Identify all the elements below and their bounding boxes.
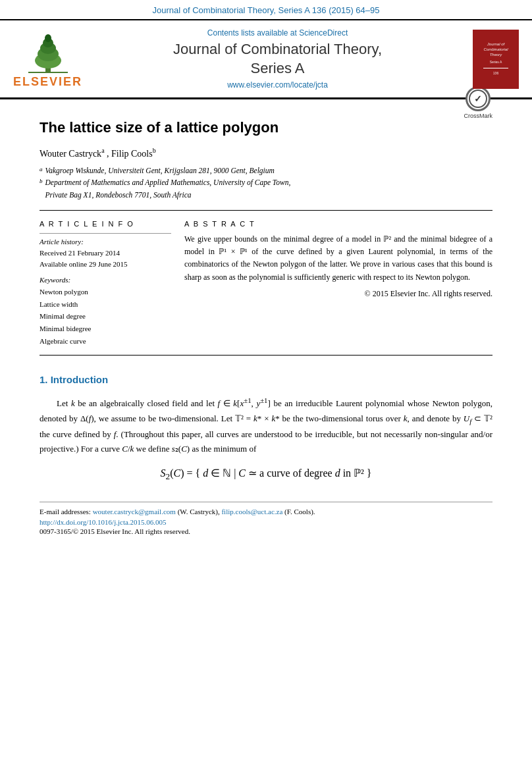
author-separator: , Filip Cools	[107, 149, 153, 159]
article-body: A R T I C L E I N F O Article history: R…	[40, 220, 492, 347]
journal-citation-header: Journal of Combinatorial Theory, Series …	[0, 0, 532, 20]
article-info-panel: A R T I C L E I N F O Article history: R…	[40, 220, 171, 347]
email2-person: (F. Cools).	[284, 508, 315, 515]
doi-line[interactable]: http://dx.doi.org/10.1016/j.jcta.2015.06…	[40, 518, 492, 526]
intro-body: Let k be an algebraically closed field a…	[40, 394, 492, 456]
author-a-superscript: a	[101, 147, 104, 154]
authors-line: Wouter Castrycka , Filip Coolsb	[40, 147, 492, 159]
email-footnote: E-mail addresses: wouter.castryck@gmail.…	[40, 508, 492, 515]
elsevier-logo: ELSEVIER	[13, 29, 82, 89]
aff-b-sup: b	[40, 176, 43, 201]
footnotes-section: E-mail addresses: wouter.castryck@gmail.…	[40, 502, 492, 535]
math-display-s2: S2(C) = { d ∈ ℕ | C ≃ a curve of degree …	[40, 467, 492, 482]
intro-heading: 1. Introduction	[40, 374, 492, 385]
keyword-5: Algebraic curve	[40, 335, 171, 348]
aff-b-text: Department of Mathematics and Applied Ma…	[45, 176, 291, 201]
paper-title: The lattice size of a lattice polygon	[40, 119, 492, 136]
email2-link[interactable]: filip.cools@uct.ac.za	[221, 508, 282, 515]
affiliations: a Vakgroep Wiskunde, Universiteit Gent, …	[40, 165, 492, 201]
keyword-1: Newton polygon	[40, 286, 171, 298]
main-content: ✓ CrossMark The lattice size of a lattic…	[0, 99, 532, 555]
journal-url[interactable]: www.elsevier.com/locate/jcta	[93, 80, 462, 90]
crossmark-widget[interactable]: ✓ CrossMark	[464, 86, 492, 119]
crossmark-label: CrossMark	[464, 113, 492, 119]
cover-title: Journal ofCombinatorialTheory	[483, 42, 508, 57]
aff-a-text: Vakgroep Wiskunde, Universiteit Gent, Kr…	[45, 165, 275, 176]
sciencedirect-link-text[interactable]: ScienceDirect	[299, 28, 348, 38]
email1-person: (W. Castryck),	[178, 508, 220, 515]
elsevier-tree-icon	[22, 29, 74, 75]
available-date: Available online 29 June 2015	[40, 259, 171, 270]
issn-line: 0097-3165/© 2015 Elsevier Inc. All right…	[40, 527, 492, 535]
affiliation-b: b Department of Mathematics and Applied …	[40, 176, 492, 201]
introduction-section: 1. Introduction Let k be an algebraicall…	[40, 374, 492, 482]
email-prefix: E-mail addresses:	[40, 508, 93, 515]
crossmark-icon: ✓	[466, 86, 491, 111]
article-history: Article history: Received 21 February 20…	[40, 233, 171, 269]
journal-banner: ELSEVIER Contents lists available at Sci…	[0, 20, 532, 99]
keyword-4: Minimal bidegree	[40, 323, 171, 335]
abstract-text: We give upper bounds on the minimal degr…	[184, 233, 492, 284]
keyword-3: Minimal degree	[40, 310, 171, 323]
elsevier-label: ELSEVIER	[13, 75, 82, 89]
article-info-title: A R T I C L E I N F O	[40, 220, 171, 228]
author-b-superscript: b	[153, 147, 156, 154]
journal-cover-thumbnail: Journal ofCombinatorialTheory Series A 1…	[473, 30, 519, 89]
journal-title-banner: Journal of Combinatorial Theory, Series …	[93, 40, 462, 78]
journal-citation-text: Journal of Combinatorial Theory, Series …	[153, 5, 380, 15]
sciencedirect-line: Contents lists available at ScienceDirec…	[93, 28, 462, 38]
cover-series: Series A	[483, 60, 508, 65]
email1-link[interactable]: wouter.castryck@gmail.com	[93, 508, 176, 515]
received-date: Received 21 February 2014	[40, 248, 171, 259]
svg-point-5	[45, 34, 51, 42]
keywords-title: Keywords:	[40, 276, 171, 284]
abstract-title: A B S T R A C T	[184, 220, 492, 228]
intro-para-1: Let k be an algebraically closed field a…	[40, 394, 492, 456]
aff-a-sup: a	[40, 165, 43, 176]
journal-center-info: Contents lists available at ScienceDirec…	[93, 28, 462, 90]
copyright-line: © 2015 Elsevier Inc. All rights reserved…	[184, 289, 492, 299]
abstract-section: A B S T R A C T We give upper bounds on …	[184, 220, 492, 347]
svg-text:✓: ✓	[474, 94, 482, 104]
keywords-section: Keywords: Newton polygon Lattice width M…	[40, 276, 171, 347]
article-divider	[40, 210, 492, 211]
affiliation-a: a Vakgroep Wiskunde, Universiteit Gent, …	[40, 165, 492, 176]
history-title: Article history:	[40, 238, 171, 246]
keyword-2: Lattice width	[40, 298, 171, 311]
intro-divider	[40, 355, 492, 356]
author-castryck: Wouter Castryck	[40, 149, 101, 159]
